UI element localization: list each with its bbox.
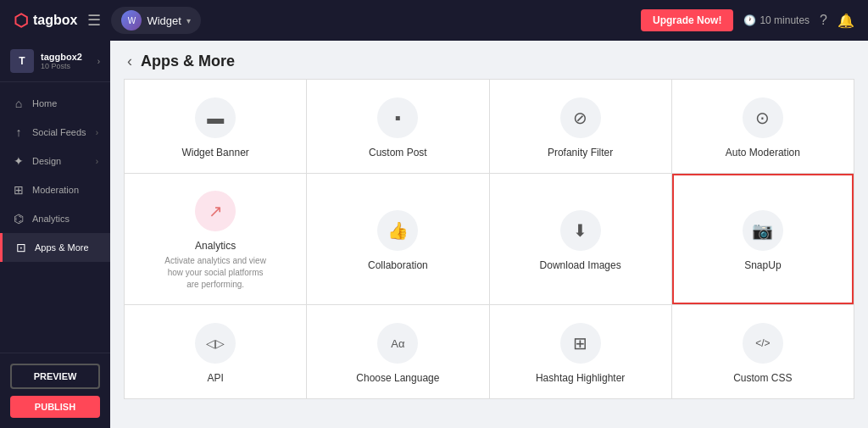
publish-button[interactable]: PUBLISH [10,396,100,418]
home-icon: ⌂ [12,97,25,110]
app-name-analytics: Analytics [195,240,236,252]
apps-more-icon: ⊡ [14,241,28,254]
app-name-choose-language: Choose Language [356,372,439,384]
moderation-icon: ⊞ [12,183,25,197]
sidebar-bottom: PREVIEW PUBLISH [0,353,110,428]
logo-icon: ⬡ [14,10,28,31]
app-name-auto-moderation: Auto Moderation [726,147,800,158]
sidebar-item-home[interactable]: ⌂ Home [0,89,110,118]
app-name-api: API [207,372,223,384]
account-avatar: T [10,49,34,73]
design-arrow-icon: › [96,157,98,166]
app-card-custom-css[interactable]: </> Custom CSS [672,305,854,398]
hashtag-highlighter-icon-wrap: ⊞ [560,323,601,364]
analytics-card-icon: ↗ [209,201,223,221]
widget-avatar: W [121,10,142,31]
app-card-hashtag-highlighter[interactable]: ⊞ Hashtag Highlighter [490,305,671,398]
sidebar-item-social-feeds[interactable]: ↑ Social Feeds › [0,118,110,147]
app-card-snapup[interactable]: 📷 SnapUp [672,174,854,304]
social-feeds-icon: ↑ [12,125,25,139]
sidebar-item-moderation[interactable]: ⊞ Moderation [0,175,110,204]
choose-language-icon: Aα [391,337,404,350]
choose-language-icon-wrap: Aα [377,323,418,364]
app-name-custom-css: Custom CSS [733,372,792,384]
topbar-right: Upgrade Now! 🕐 10 minutes ? 🔔 [641,9,854,31]
menu-icon[interactable]: ☰ [87,11,101,30]
analytics-card-icon-wrap: ↗ [195,191,236,231]
app-desc-analytics: Activate analytics and view how your soc… [164,255,266,291]
time-display: 🕐 10 minutes [743,14,810,26]
sidebar-item-design[interactable]: ✦ Design › [0,147,110,175]
main-layout: T taggbox2 10 Posts › ⌂ Home ↑ Social Fe… [0,41,868,428]
topbar: ⬡ tagbox ☰ W Widget ▾ Upgrade Now! 🕐 10 … [0,0,868,41]
topbar-logo[interactable]: ⬡ tagbox [14,10,77,31]
collaboration-icon-wrap: 👍 [377,210,418,251]
clock-icon: 🕐 [743,14,756,26]
app-name-widget-banner: Widget Banner [181,147,248,158]
bell-icon[interactable]: 🔔 [837,13,854,29]
app-card-collaboration[interactable]: 👍 Collaboration [307,174,488,304]
api-icon: ◁▷ [206,336,225,350]
widget-arrow-icon: ▾ [186,16,191,25]
sidebar-nav: ⌂ Home ↑ Social Feeds › ✦ Design › ⊞ Mod… [0,82,110,353]
design-icon: ✦ [12,154,25,168]
nav-label-social-feeds: Social Feeds [32,127,86,137]
page-title: Apps & More [141,53,235,70]
account-arrow-icon: › [97,57,100,66]
app-name-collaboration: Collaboration [368,259,428,271]
apps-grid: ▬ Widget Banner ▪ Custom Post ⊘ Profanit… [124,79,854,399]
auto-moderation-icon: ⊙ [755,108,770,128]
upgrade-button[interactable]: Upgrade Now! [641,9,733,31]
download-images-icon: ⬇ [573,220,587,241]
custom-css-icon-wrap: </> [743,323,783,364]
widget-banner-icon: ▬ [207,108,224,128]
collaboration-icon: 👍 [387,220,409,241]
sidebar-item-apps-more[interactable]: ⊡ Apps & More [0,233,110,262]
hashtag-highlighter-icon: ⊞ [573,333,587,353]
nav-label-apps-more: Apps & More [35,242,89,253]
account-selector[interactable]: T taggbox2 10 Posts › [0,41,110,82]
content-header: ‹ Apps & More [110,41,868,79]
snapup-icon: 📷 [752,220,773,241]
app-card-download-images[interactable]: ⬇ Download Images [490,174,671,304]
analytics-icon: ⌬ [12,212,25,225]
nav-label-design: Design [32,156,61,166]
sidebar: T taggbox2 10 Posts › ⌂ Home ↑ Social Fe… [0,41,110,428]
social-feeds-arrow-icon: › [96,128,98,137]
nav-label-analytics: Analytics [32,214,70,224]
app-card-profanity-filter[interactable]: ⊘ Profanity Filter [490,80,671,173]
app-card-api[interactable]: ◁▷ API [125,305,306,398]
app-name-download-images: Download Images [540,259,621,271]
profanity-filter-icon-wrap: ⊘ [560,97,601,138]
widget-selector[interactable]: W Widget ▾ [111,7,200,34]
app-name-hashtag-highlighter: Hashtag Highlighter [536,372,625,384]
app-card-auto-moderation[interactable]: ⊙ Auto Moderation [672,80,854,173]
app-name-snapup: SnapUp [744,259,781,271]
account-posts: 10 Posts [41,62,91,70]
back-arrow-icon[interactable]: ‹ [127,53,132,70]
profanity-filter-icon: ⊘ [573,108,587,128]
app-name-profanity-filter: Profanity Filter [548,147,613,158]
account-name: taggbox2 [41,52,91,62]
app-card-choose-language[interactable]: Aα Choose Language [307,305,488,398]
custom-post-icon: ▪ [395,108,401,128]
auto-moderation-icon-wrap: ⊙ [743,97,783,138]
snapup-icon-wrap: 📷 [743,210,783,251]
api-icon-wrap: ◁▷ [195,323,236,364]
app-card-analytics[interactable]: ↗ Analytics Activate analytics and view … [125,174,306,304]
nav-label-home: Home [32,98,57,108]
app-card-widget-banner[interactable]: ▬ Widget Banner [125,80,306,173]
topbar-left: ⬡ tagbox ☰ W Widget ▾ [14,7,201,34]
widget-banner-icon-wrap: ▬ [195,97,236,138]
preview-button[interactable]: PREVIEW [10,364,100,389]
app-name-custom-post: Custom Post [369,147,427,158]
content-area: ‹ Apps & More ▬ Widget Banner ▪ Custom P… [110,41,868,428]
widget-label: Widget [147,14,181,27]
app-card-custom-post[interactable]: ▪ Custom Post [307,80,488,173]
help-icon[interactable]: ? [820,13,827,28]
nav-label-moderation: Moderation [32,185,79,195]
custom-post-icon-wrap: ▪ [377,97,418,138]
download-images-icon-wrap: ⬇ [560,210,601,251]
account-info: taggbox2 10 Posts [41,52,91,70]
sidebar-item-analytics[interactable]: ⌬ Analytics [0,204,110,233]
